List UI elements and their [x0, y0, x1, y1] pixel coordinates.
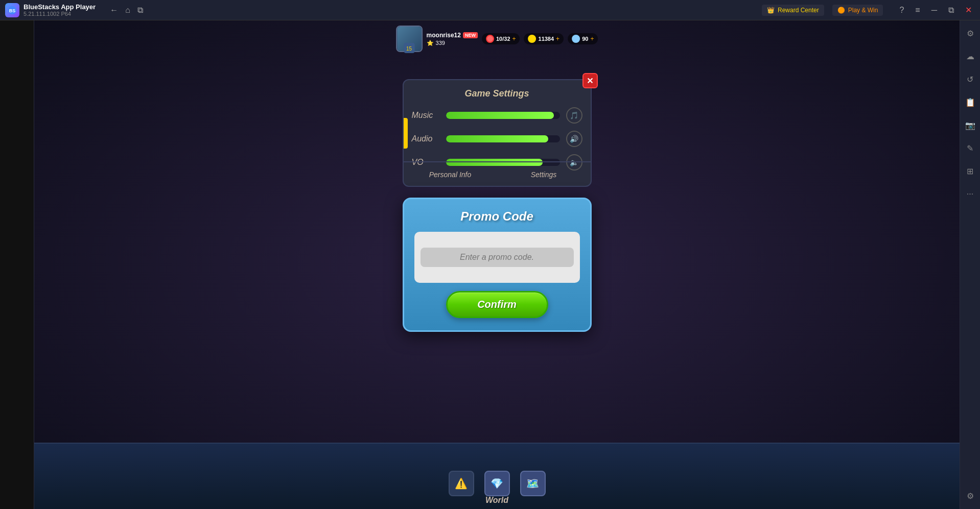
app-logo: BS — [5, 3, 19, 17]
menu-button[interactable]: ≡ — [912, 5, 923, 16]
titlebar: BS BlueStacks App Player 5.21.111.1002 P… — [0, 0, 980, 20]
minimize-button[interactable]: ─ — [928, 5, 940, 16]
promo-input-container — [414, 232, 580, 283]
sidebar-icon-more[interactable]: ··· — [964, 186, 976, 202]
left-sidebar — [0, 20, 34, 509]
svg-text:BS: BS — [9, 8, 16, 13]
promo-dialog: Promo Code Confirm — [403, 198, 592, 332]
confirm-label: Confirm — [477, 299, 517, 310]
game-area: 15 moonrise12 NEW ⭐ 339 10/32 — [34, 20, 960, 509]
promo-code-input[interactable] — [421, 248, 574, 267]
app-version: 5.21.111.1002 P64 — [24, 11, 96, 17]
coin-icon: 🟠 — [837, 7, 845, 14]
sidebar-icon-refresh[interactable]: ↺ — [964, 71, 976, 87]
titlebar-left: BS BlueStacks App Player 5.21.111.1002 P… — [5, 3, 143, 17]
titlebar-nav: ← ⌂ ⧉ — [110, 6, 143, 15]
sidebar-icon-bottom-settings[interactable]: ⚙ — [964, 488, 977, 504]
reward-center-button[interactable]: 👑 Reward Center — [762, 5, 824, 16]
sidebar-icon-cloud[interactable]: ☁ — [963, 49, 977, 64]
main-content: 15 moonrise12 NEW ⭐ 339 10/32 — [0, 20, 980, 509]
windows-button[interactable]: ⧉ — [137, 6, 143, 15]
app-name: BlueStacks App Player — [24, 3, 96, 11]
maximize-button[interactable]: ⧉ — [945, 5, 957, 16]
back-button[interactable]: ← — [110, 6, 118, 15]
sidebar-icon-settings[interactable]: ⚙ — [964, 26, 977, 41]
home-button[interactable]: ⌂ — [125, 6, 130, 15]
app-info: BlueStacks App Player 5.21.111.1002 P64 — [24, 3, 96, 17]
sidebar-icon-clipboard[interactable]: 📋 — [962, 94, 978, 110]
promo-dialog-title: Promo Code — [414, 209, 580, 224]
sidebar-icon-camera[interactable]: 📷 — [962, 117, 978, 133]
window-controls: ? ≡ ─ ⧉ ✕ — [896, 4, 975, 16]
titlebar-right: 👑 Reward Center 🟠 Play & Win ? ≡ ─ ⧉ ✕ — [762, 4, 975, 16]
play-win-button[interactable]: 🟠 Play & Win — [832, 5, 883, 16]
promo-dialog-overlay: Promo Code Confirm — [34, 20, 960, 509]
crown-icon: 👑 — [767, 7, 775, 14]
reward-center-label: Reward Center — [778, 7, 819, 14]
close-button[interactable]: ✕ — [962, 4, 975, 16]
play-win-label: Play & Win — [848, 7, 878, 14]
right-sidebar: ⚙ ☁ ↺ 📋 📷 ✎ ⊞ ··· ⚙ — [960, 20, 980, 509]
help-button[interactable]: ? — [896, 5, 907, 16]
sidebar-icon-grid[interactable]: ⊞ — [964, 163, 976, 179]
promo-confirm-button[interactable]: Confirm — [446, 291, 548, 318]
sidebar-icon-edit[interactable]: ✎ — [964, 140, 976, 156]
